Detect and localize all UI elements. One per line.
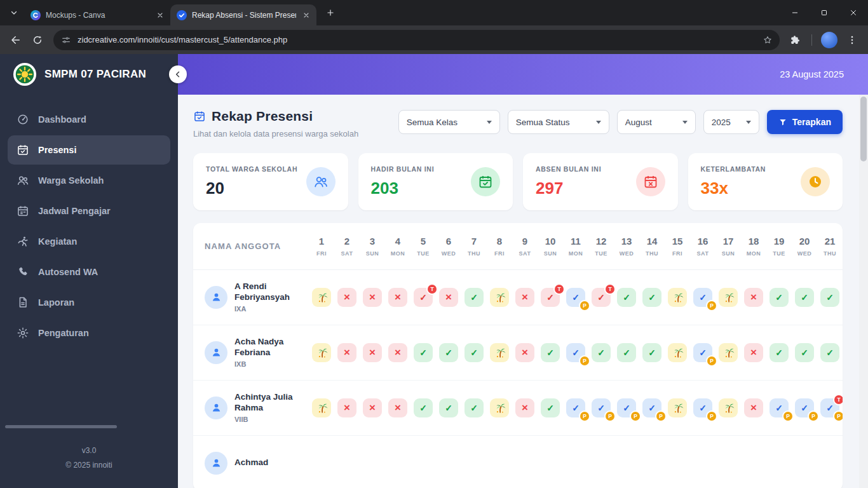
url-text[interactable]: zidcreative.com/innoiti/cust/mastercust_… (78, 35, 753, 44)
status-cell-P: ✓P (795, 398, 814, 417)
day-number: 11 (571, 236, 581, 247)
status-cell-X: × (744, 343, 763, 362)
year-filter-select[interactable]: 2025 (703, 110, 759, 134)
sidebar-item-autosend-wa[interactable]: Autosend WA (8, 257, 170, 287)
sidebar-item-laporan[interactable]: Laporan (8, 288, 170, 317)
status-cell-V: ✓ (465, 343, 484, 362)
sidebar: SMPM 07 PACIRAN Dashboard Presensi Warga… (0, 54, 178, 488)
window-minimize-button[interactable] (780, 0, 810, 25)
pulang-badge: P (580, 412, 589, 421)
status-cell-X: × (439, 288, 458, 307)
tab-search-button[interactable] (5, 4, 23, 22)
status-cell-P: ✓P (693, 343, 712, 362)
month-filter-select[interactable]: August (617, 110, 696, 134)
page-scrollbar[interactable] (859, 95, 868, 488)
pulang-badge: P (783, 412, 792, 421)
check-icon: ✓ (775, 403, 783, 412)
profile-avatar[interactable] (821, 32, 837, 48)
browser-tab-attendance[interactable]: Rekap Absensi - Sistem Presens (170, 4, 316, 25)
tab-close-icon[interactable] (155, 10, 165, 20)
sidebar-item-presensi[interactable]: Presensi (8, 135, 170, 165)
status-cell-X: × (337, 343, 356, 362)
member-name: Achmad (234, 458, 268, 468)
day-number: 13 (621, 236, 632, 247)
status-cell-X: × (388, 343, 407, 362)
palm-icon (722, 346, 735, 358)
day-column-header: 4 MON (385, 236, 410, 257)
sidebar-scrollbar-thumb[interactable] (5, 425, 117, 428)
status-cell-V: ✓ (439, 398, 458, 417)
sidebar-item-pengaturan[interactable]: Pengaturan (8, 318, 170, 348)
late-badge: T (834, 395, 843, 404)
scrollbar-thumb[interactable] (860, 97, 867, 161)
table-row: Achmad (193, 436, 843, 488)
tab-title: Mockups - Canva (46, 11, 150, 20)
users-icon (17, 174, 29, 187)
avatar (205, 286, 227, 309)
status-cell-T: ✓T (541, 288, 560, 307)
status-cell-V: ✓ (465, 288, 484, 307)
address-bar[interactable]: zidcreative.com/innoiti/cust/mastercust_… (53, 30, 780, 50)
day-column-header: 7 THU (461, 236, 487, 257)
header-date: 23 August 2025 (780, 69, 844, 79)
phone-icon (17, 266, 29, 278)
attendance-table: NAMA ANGGOTA 1 FRI 2 SAT 3 SUN 4 MON 5 T… (193, 223, 843, 488)
calendar-check-icon (471, 167, 500, 196)
browser-menu-icon[interactable] (843, 30, 862, 50)
window-maximize-button[interactable] (810, 0, 839, 25)
avatar (205, 341, 227, 364)
sidebar-item-label: Pengaturan (38, 328, 89, 338)
apply-filter-button[interactable]: Terapkan (767, 110, 843, 134)
check-icon: ✓ (623, 403, 630, 412)
pulang-badge: P (631, 412, 640, 421)
late-badge: T (606, 285, 614, 294)
day-column-header: 13 WED (614, 236, 639, 257)
cross-icon: × (750, 292, 757, 302)
status-cell-T: ✓T (592, 288, 611, 307)
table-row: Acha Nadya Febriana IXB ×××✓✓✓×✓✓P✓✓✓✓P×… (193, 325, 843, 381)
sidebar-nav: Dashboard Presensi Warga Sekolah Jadwal … (0, 95, 178, 425)
status-filter-value: Semua Status (516, 118, 570, 127)
day-of-week: WED (620, 250, 634, 257)
day-number: 8 (497, 236, 502, 247)
palm-icon (316, 402, 328, 414)
day-column-header: 20 WED (792, 236, 817, 257)
day-column-header: 19 TUE (766, 236, 792, 257)
status-cell-V: ✓ (820, 343, 839, 362)
palm-icon (494, 346, 506, 358)
status-cell-P: ✓P (693, 288, 712, 307)
browser-tab-canva[interactable]: Mockups - Canva (24, 4, 170, 25)
day-of-week: THU (468, 250, 480, 257)
extensions-icon[interactable] (786, 30, 805, 50)
day-number: 12 (596, 236, 607, 247)
day-number: 4 (395, 236, 400, 247)
status-filter-select[interactable]: Semua Status (508, 110, 609, 134)
window-close-button[interactable] (839, 0, 868, 25)
sidebar-item-warga-sekolah[interactable]: Warga Sekolah (8, 166, 170, 195)
day-column-header: 8 FRI (487, 236, 512, 257)
back-button[interactable] (6, 30, 25, 50)
sidebar-item-kegiatan[interactable]: Kegiatan (8, 227, 170, 256)
bookmark-star-icon[interactable] (759, 32, 776, 48)
sidebar-collapse-button[interactable] (169, 65, 187, 83)
check-icon: ✓ (419, 403, 427, 412)
site-settings-icon[interactable] (61, 35, 71, 45)
tab-title: Rekap Absensi - Sistem Presens (192, 11, 296, 20)
tab-close-icon[interactable] (301, 10, 311, 20)
sidebar-item-jadwal-pengajar[interactable]: Jadwal Pengajar (8, 196, 170, 226)
reload-button[interactable] (28, 30, 47, 50)
status-cell-TP: ✓TP (820, 398, 839, 417)
class-filter-value: Semua Kelas (407, 118, 458, 127)
pulang-badge: P (707, 356, 716, 365)
avatar (205, 452, 227, 475)
class-filter-select[interactable]: Semua Kelas (398, 110, 500, 134)
status-cell-X: × (337, 288, 356, 307)
day-column-header: 10 SUN (538, 236, 563, 257)
cross-icon: × (395, 292, 401, 302)
palm-icon (672, 346, 684, 358)
table-row: A Rendi Febriyansyah IXA ×××✓T×✓×✓T✓P✓T✓… (193, 270, 843, 325)
check-icon: ✓ (597, 403, 605, 412)
sidebar-item-dashboard[interactable]: Dashboard (8, 105, 170, 134)
new-tab-button[interactable] (322, 4, 339, 22)
day-of-week: SAT (519, 250, 531, 257)
